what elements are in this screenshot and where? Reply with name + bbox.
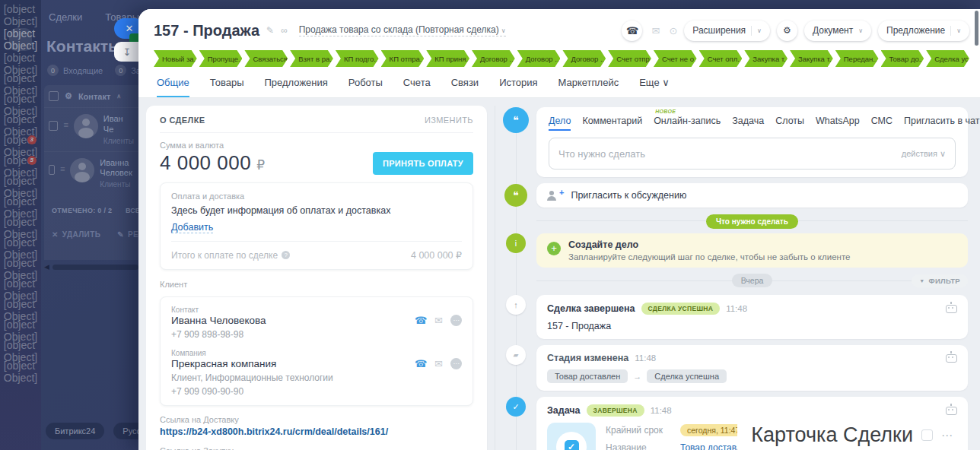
deal-amount[interactable]: 4 000 000₽ <box>160 151 266 175</box>
stage-pill[interactable]: Передан... <box>835 50 879 67</box>
caption-checkbox[interactable] <box>921 429 933 441</box>
deal-tab[interactable]: Товары <box>210 77 244 97</box>
deal-tab[interactable]: Предложения <box>264 77 327 97</box>
stage-pill[interactable]: Взят в ра... <box>290 50 333 67</box>
deal-title: 157 - Продажа <box>154 22 259 40</box>
new-badge: НОВОЕ <box>655 109 676 114</box>
timeline-tab[interactable]: WhatsApp <box>816 116 860 131</box>
call-button[interactable]: ☎ <box>622 21 642 41</box>
create-todo-banner[interactable]: + Создайте дело Запланируйте следующий ш… <box>536 233 968 268</box>
info-icon[interactable]: ? <box>282 251 290 259</box>
stage-pill[interactable]: Счет отпр... <box>608 50 651 67</box>
status-badge: ЗАВЕРШЕНА <box>587 404 644 417</box>
deal-tab[interactable]: Счета <box>403 77 431 97</box>
accept-payment-button[interactable]: ПРИНЯТЬ ОПЛАТУ <box>373 152 473 175</box>
company-phone[interactable]: +7 909 090-90-90 <box>171 386 462 397</box>
deal-tab[interactable]: История <box>499 77 537 97</box>
settings-button[interactable]: ⚙ <box>777 21 797 41</box>
mail-icon[interactable]: ✉ <box>434 315 443 326</box>
timeline-entry-stage-changed: ▰ Стадия изменена 11:48 Товар доставлен … <box>503 345 968 391</box>
timeline-tab[interactable]: Слоты <box>775 116 804 131</box>
person-icon <box>546 191 557 201</box>
edit-deal-title-icon[interactable]: ✎ <box>266 25 274 36</box>
phone-icon[interactable]: ☎ <box>415 358 427 369</box>
invite-to-discussion-button[interactable]: + Пригласить к обсуждению <box>536 183 968 208</box>
stage-pill[interactable]: Договор ... <box>472 50 515 67</box>
filter-button[interactable]: ▼ ФИЛЬТР <box>912 274 968 287</box>
stage-pill[interactable]: КП приня... <box>426 50 469 67</box>
edit-section-button[interactable]: ИЗМЕНИТЬ <box>425 116 473 125</box>
stage-pill[interactable]: Сделка ус... <box>926 50 969 67</box>
stage-to: Сделка успешна <box>647 369 727 383</box>
entry-time: 11:48 <box>635 353 656 363</box>
collapse-slider-button[interactable]: ↧ <box>114 42 140 62</box>
chat-icon[interactable]: ⋯ <box>450 358 462 369</box>
company-name[interactable]: Прекрасная компания <box>171 358 276 369</box>
stage-icon: ▰ <box>506 345 526 365</box>
phone-icon[interactable]: ☎ <box>415 315 427 326</box>
mail-icon[interactable]: ✉ <box>434 358 443 369</box>
document-button[interactable]: Документ∨ <box>804 21 871 41</box>
timeline-tab[interactable]: Дело <box>549 116 571 131</box>
pipeline-selector[interactable]: Продажа товара со склада (Повторная сдел… <box>299 24 506 36</box>
timeline-tab[interactable]: Пригласить в чат <box>904 116 979 131</box>
deal-tab[interactable]: Еще ∨ <box>639 77 670 97</box>
day-label: Вчера <box>732 274 773 287</box>
add-payment-link[interactable]: Добавить <box>171 222 213 233</box>
entry-title: Сделка завершена <box>547 303 635 314</box>
timeline-tab[interactable]: Задача <box>732 116 764 131</box>
delivery-link[interactable]: https://b24-xd800h.bitrix24.ru/crm/deal/… <box>160 426 473 437</box>
entry-body: 157 - Продажа <box>547 321 957 331</box>
vertical-scrollbar-thumb[interactable] <box>975 11 978 46</box>
stage-pill[interactable]: Закупка т... <box>744 50 788 67</box>
day-divider: Вчера ▼ ФИЛЬТР <box>536 274 968 287</box>
timeline-column: ❝ Дело Комментарий <box>495 106 980 450</box>
entry-time: 11:48 <box>726 304 747 313</box>
entry-card[interactable]: Стадия изменена 11:48 Товар доставлен → … <box>536 345 968 391</box>
stage-pill[interactable]: Товар до... <box>881 50 924 67</box>
arrow-up-icon: ↑ <box>506 295 526 315</box>
offer-button[interactable]: Предложение∨ <box>878 21 969 41</box>
extensions-button[interactable]: Расширения∨ <box>684 21 770 41</box>
timeline-tab[interactable]: НОВОЕ Онлайн-запись <box>654 116 721 131</box>
timeline-tab[interactable]: Комментарий <box>582 116 642 131</box>
deal-tab[interactable]: Маркетплейс <box>558 77 619 97</box>
todo-input[interactable]: Что нужно сделать действия ∨ <box>549 138 956 170</box>
arrow-right-icon: → <box>633 372 641 381</box>
stage-pill[interactable]: Счет не о... <box>654 50 697 67</box>
deal-tab[interactable]: Роботы <box>348 77 383 97</box>
entry-card[interactable]: Сделка завершена СДЕЛКА УСПЕШНА 11:48 15… <box>536 295 968 339</box>
plus-icon: + <box>559 188 564 197</box>
stage-pill[interactable]: Закупка т... <box>790 50 833 67</box>
more-menu-icon[interactable]: ⋯ <box>941 429 954 442</box>
stage-pill[interactable]: Счет опл... <box>699 50 743 67</box>
contact-phone[interactable]: +7 909 898-98-98 <box>171 329 462 340</box>
deal-tab[interactable]: Связи <box>451 77 479 97</box>
copy-link-icon[interactable]: ∞ <box>281 25 288 36</box>
timeline-tab[interactable]: СМС <box>871 116 892 131</box>
deal-tab[interactable]: Общие <box>157 77 189 97</box>
invite-row: ❝ + Пригласить к обсуждению <box>503 183 968 208</box>
stage-pill[interactable]: Пропуще... <box>199 50 243 67</box>
automation-robot-icon[interactable] <box>946 407 957 415</box>
stage-pill[interactable]: Договор ... <box>517 50 561 67</box>
stage-pill[interactable]: Договор ... <box>562 50 606 67</box>
status-badge: СДЕЛКА УСПЕШНА <box>641 303 721 315</box>
todo-pill[interactable]: Что нужно сделать <box>706 214 798 229</box>
stage-pill[interactable]: КП отпра... <box>381 50 425 67</box>
automation-robot-icon[interactable] <box>946 305 957 313</box>
gear-icon: ⚙ <box>783 25 791 36</box>
mail-icon[interactable]: ✉ <box>651 25 660 36</box>
stage-pill[interactable]: КП подго... <box>336 50 379 67</box>
banner-subtitle: Запланируйте следующий шаг по сделке, чт… <box>568 252 850 261</box>
stage-pill[interactable]: Связаться... <box>244 50 288 67</box>
automation-robot-icon[interactable] <box>946 354 957 363</box>
contact-label: Контакт <box>171 306 462 314</box>
contact-name[interactable]: Иванна Человекова <box>171 315 266 326</box>
entry-time: 11:48 <box>651 406 672 415</box>
actions-dropdown[interactable]: действия ∨ <box>902 149 946 159</box>
currency: ₽ <box>256 158 265 173</box>
search-icon[interactable]: ⊙ <box>669 25 677 36</box>
chat-icon[interactable]: ⋯ <box>450 315 462 326</box>
stage-pill[interactable]: Новый за... <box>154 50 197 67</box>
